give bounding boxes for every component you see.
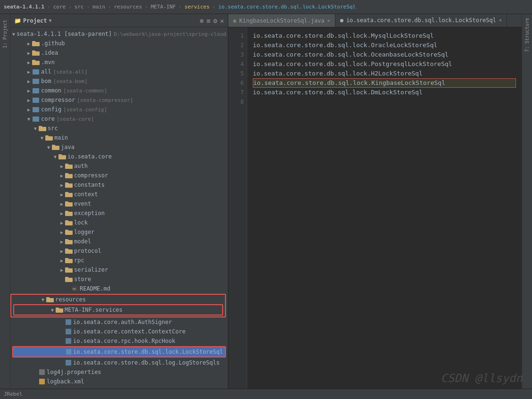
tree-item-compressor[interactable]: ▶ compressor [seata-compressor] (10, 95, 228, 105)
compressor-module-name: [seata-compressor] (77, 97, 133, 103)
model-folder-icon (65, 239, 73, 244)
exception-arrow: ▶ (58, 211, 65, 216)
idea-folder-icon (32, 50, 40, 56)
code-line-7: io.seata.core.store.db.sql.lock.DmLockSt… (253, 88, 516, 97)
close-panel-icon[interactable]: ✕ (220, 17, 224, 25)
tree-item-lock[interactable]: ▶ lock (10, 218, 228, 227)
right-strip: 7: Structure (522, 14, 532, 389)
protocol-folder-icon (65, 248, 73, 254)
mvn-folder-icon (32, 59, 40, 65)
logstoresqls-file-icon (65, 359, 72, 366)
tree-item-metainf[interactable]: ▼ META-INF.services (14, 305, 222, 315)
tree-item-serializer[interactable]: ▶ serializer (10, 265, 228, 274)
mvn-arrow: ▶ (25, 60, 32, 65)
tree-item-rpchook[interactable]: ▶ io.seata.core.rpc.hook.RpcHook (10, 336, 228, 346)
tab-lockstoresql[interactable]: ● io.seata.core.store.db.sql.lock.LockSt… (335, 14, 507, 27)
idea-label: .idea (41, 50, 58, 56)
tree-item-model[interactable]: ▶ model (10, 237, 228, 246)
tab-bar: ● KingbaseLockStoreSql.java ✕ ● io.seata… (228, 14, 522, 27)
editor-content: 12345678 io.seata.core.store.db.sql.lock… (228, 27, 522, 389)
tree-item-src[interactable]: ▼ src (10, 124, 228, 133)
svg-rect-13 (66, 349, 71, 354)
code-area[interactable]: io.seata.core.store.db.sql.lock.MysqlLoc… (247, 27, 522, 389)
tree-item-auth[interactable]: ▶ auth (10, 161, 228, 171)
mvn-label: .mvn (41, 59, 55, 66)
collapse-icon[interactable]: ≡ (207, 17, 210, 25)
config-module-name: [seata-config] (63, 107, 107, 113)
tree-item-protocol[interactable]: ▶ protocol (10, 246, 228, 256)
tree-item-authsigner[interactable]: ▶ io.seata.core.auth.AuthSigner (10, 317, 228, 327)
tree-item-main[interactable]: ▼ main (10, 133, 228, 142)
tree-item-mvn[interactable]: ▶ .mvn (10, 58, 228, 67)
auth-arrow: ▶ (58, 164, 65, 169)
svg-rect-12 (66, 338, 71, 344)
metainf-label: META-INF.services (65, 307, 123, 313)
tree-item-io-seata-core[interactable]: ▼ io.seata.core (10, 152, 228, 161)
log4j-label: log4j.properties (47, 369, 101, 375)
tree-item-config[interactable]: ▶ config [seata-config] (10, 105, 228, 114)
tree-item-log4j[interactable]: ▶ log4j.properties (10, 367, 228, 377)
svg-rect-3 (33, 79, 39, 84)
tree-item-resources[interactable]: ▼ resources (11, 295, 225, 304)
line-number-3: 3 (231, 50, 244, 59)
serializer-arrow: ▶ (58, 267, 65, 273)
rpc-folder-icon (65, 258, 73, 263)
tree-item-context[interactable]: ▶ context (10, 190, 228, 199)
config-label: config (41, 106, 61, 113)
auth-label: auth (74, 163, 88, 169)
tree-item-exception[interactable]: ▶ exception (10, 208, 228, 218)
tree-item-store[interactable]: ▶ store (10, 274, 228, 284)
src-folder-icon (39, 125, 46, 131)
settings-icon[interactable]: ⚙ (213, 17, 217, 25)
inner-compressor-arrow: ▶ (58, 173, 65, 178)
structure-label[interactable]: 7: Structure (524, 18, 530, 52)
tree-item-github[interactable]: ▶ .github (10, 39, 228, 48)
main-arrow: ▼ (39, 135, 45, 141)
tree-container[interactable]: ▼ seata-1.4.1.1 [seata-parent] D:\webwor… (10, 27, 228, 389)
tree-item-logstoresqls[interactable]: ▶ io.seata.core.store.db.sql.log.LogStor… (10, 358, 228, 367)
code-text-5: io.seata.core.store.db.sql.lock.H2LockSt… (253, 69, 423, 78)
code-line-1: io.seata.core.store.db.sql.lock.MysqlLoc… (253, 31, 516, 41)
code-line-2: io.seata.core.store.db.sql.lock.OracleLo… (253, 41, 516, 50)
tree-item-event[interactable]: ▶ event (10, 199, 228, 208)
tree-item-rpc[interactable]: ▶ rpc (10, 256, 228, 265)
logger-arrow: ▶ (58, 230, 65, 235)
project-panel-label[interactable]: 1: Project (2, 20, 8, 48)
rpchook-label: io.seata.core.rpc.hook.RpcHook (73, 338, 175, 344)
store-label: store (74, 276, 91, 283)
tab-kingbase[interactable]: ● KingbaseLockStoreSql.java ✕ (228, 14, 335, 27)
tree-item-all[interactable]: ▶ all [seata-all] (10, 67, 228, 76)
tree-item-idea[interactable]: ▶ .idea (10, 48, 228, 58)
svg-rect-15 (39, 369, 45, 375)
tree-item-java[interactable]: ▼ java (10, 142, 228, 152)
tree-item-logback[interactable]: ▶ logback.xml (10, 377, 228, 386)
locate-icon[interactable]: ⊕ (200, 17, 203, 25)
tree-item-bom[interactable]: ▶ bom [seata-bom] (10, 76, 228, 86)
readme-file-icon: MD (72, 285, 78, 292)
panel-title: 📁 Project ▼ (14, 17, 52, 24)
all-arrow: ▶ (25, 69, 32, 75)
tree-item-core[interactable]: ▼ core [seata-core] (10, 114, 228, 124)
svg-rect-16 (39, 379, 45, 384)
rpchook-file-icon (65, 338, 72, 344)
tree-item-contextcore[interactable]: ▶ io.seata.core.context.ContextCore (10, 327, 228, 336)
lockstoresql-file-icon (66, 349, 72, 355)
svg-text:MD: MD (73, 287, 76, 291)
tree-root[interactable]: ▼ seata-1.4.1.1 [seata-parent] D:\webwor… (10, 29, 228, 39)
chevron-down-icon[interactable]: ▼ (49, 18, 52, 23)
contextcore-label: io.seata.core.context.ContextCore (73, 328, 185, 335)
tree-item-inner-compressor[interactable]: ▶ compressor (10, 171, 228, 180)
tree-item-lockstoresql[interactable]: ▶ io.seata.core.store.db.sql.lock.LockSt… (13, 347, 225, 357)
code-line-5: io.seata.core.store.db.sql.lock.H2LockSt… (253, 69, 516, 78)
tree-item-logger[interactable]: ▶ logger (10, 227, 228, 237)
log4j-file-icon (39, 369, 45, 375)
bom-arrow: ▶ (25, 79, 32, 84)
tree-item-constants[interactable]: ▶ constants (10, 180, 228, 190)
java-label: java (61, 144, 75, 150)
all-label: all (41, 68, 51, 75)
tab-lockstoresql-close[interactable]: ✕ (499, 17, 502, 23)
tree-item-common[interactable]: ▶ common [seata-common] (10, 86, 228, 95)
resources-folder-icon (46, 297, 54, 302)
tab-kingbase-close[interactable]: ✕ (327, 18, 330, 23)
tree-item-readme[interactable]: ▶ MD README.md (10, 284, 228, 293)
